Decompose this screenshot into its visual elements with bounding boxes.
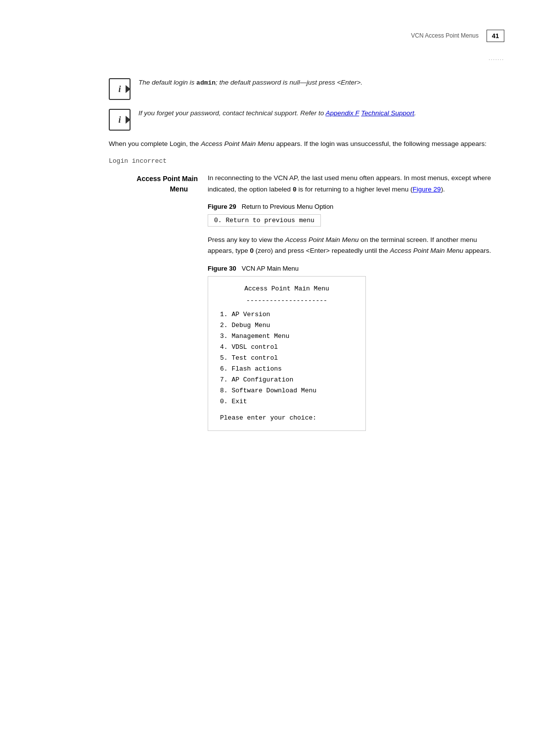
menu-item-2: 2. Debug Menu [220, 320, 354, 331]
section-label: Access Point MainMenu [109, 173, 208, 438]
menu-title: Access Point Main Menu [220, 284, 354, 294]
menu-item-5: 5. Test control [220, 353, 354, 364]
figure-29-caption: Figure 29 Return to Previous Menu Option [208, 203, 494, 210]
info-letter-i-2: i [118, 115, 121, 124]
menu-item-0: 0. Exit [220, 396, 354, 407]
info-icon-2: i [109, 109, 131, 131]
section-content: In reconnecting to the VCN AP, the last … [208, 173, 494, 438]
menu-box: Access Point Main Menu -----------------… [208, 276, 366, 431]
page-number: 41 [487, 30, 504, 42]
content-area: i The default login is admin; the defaul… [0, 77, 534, 439]
figure-30-label: Figure 30 [208, 265, 236, 272]
appendix-f-link[interactable]: Appendix F [325, 109, 359, 117]
admin-code: admin [196, 79, 216, 87]
page-header: VCN Access Point Menus 41 [0, 30, 534, 42]
info-letter-i: i [118, 85, 121, 94]
info-icon-1: i [109, 78, 131, 100]
header-title: VCN Access Point Menus [411, 30, 479, 40]
technical-support-link[interactable]: Technical Support [361, 109, 414, 117]
menu-item-3: 3. Management Menu [220, 331, 354, 342]
menu-item-8: 8. Software Download Menu [220, 385, 354, 396]
figure-29-label: Figure 29 [208, 203, 236, 210]
info-block-2: i If you forget your password, contact t… [109, 108, 494, 131]
menu-item-4: 4. VDSL control [220, 342, 354, 353]
info-arrow-2 [126, 116, 131, 124]
menu-item-7: 7. AP Configuration [220, 375, 354, 385]
info-block-1: i The default login is admin; the defaul… [109, 77, 494, 100]
section-row: Access Point MainMenu In reconnecting to… [109, 173, 494, 438]
menu-item-1: 1. AP Version [220, 309, 354, 320]
figure-29-code-block: 0. Return to previous menu [208, 214, 321, 227]
zero-bold: 0 [250, 247, 254, 254]
para-1: When you complete Login, the Access Poin… [109, 139, 494, 149]
para-2: In reconnecting to the VCN AP, the last … [208, 173, 494, 195]
menu-prompt: Please enter your choice: [220, 413, 354, 424]
info-text-1: The default login is admin; the default … [138, 77, 362, 89]
section-heading: Access Point MainMenu [136, 175, 198, 193]
zero-code: 0 [293, 186, 297, 193]
menu-item-6: 6. Flash actions [220, 364, 354, 375]
para-3: Press any key to view the Access Point M… [208, 235, 494, 257]
login-code: Login incorrect [109, 157, 494, 165]
figure-29-code: 0. Return to previous menu [214, 217, 314, 224]
menu-divider: --------------------- [220, 295, 354, 306]
dots-decoration: ······· [0, 57, 534, 62]
figure-29-link[interactable]: Figure 29 [413, 186, 441, 193]
page: VCN Access Point Menus 41 ······· i The … [0, 0, 534, 756]
figure-30-caption: Figure 30 VCN AP Main Menu [208, 265, 494, 272]
info-text-2: If you forget your password, contact tec… [138, 108, 416, 119]
info-arrow-1 [126, 85, 131, 93]
